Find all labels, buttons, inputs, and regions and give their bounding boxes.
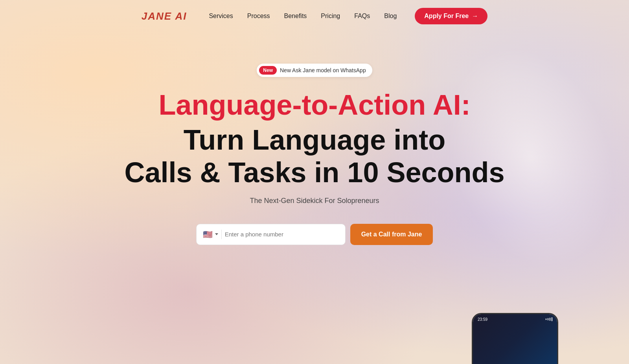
hero-title-red: Language-to-Action AI: bbox=[158, 90, 470, 121]
phone-screen: 23:59 bbox=[472, 313, 558, 364]
phone-time: 23:59 bbox=[478, 317, 487, 322]
phone-form: 🇺🇸 Get a Call from Jane bbox=[196, 224, 433, 245]
signal-bar-2 bbox=[548, 318, 548, 320]
signal-bar-3 bbox=[550, 318, 550, 321]
new-badge-container: New New Ask Jane model on WhatsApp bbox=[257, 64, 372, 77]
phone-status-bar bbox=[546, 317, 552, 321]
get-call-button[interactable]: Get a Call from Jane bbox=[350, 224, 433, 245]
logo: JANE AI bbox=[142, 10, 187, 22]
nav-link-pricing[interactable]: Pricing bbox=[321, 13, 340, 20]
phone-mockup: 23:59 bbox=[472, 313, 558, 364]
apply-free-button[interactable]: Apply For Free → bbox=[415, 8, 487, 24]
hero-subtitle: The Next-Gen Sidekick For Solopreneurs bbox=[250, 197, 379, 205]
new-badge: New bbox=[259, 66, 277, 75]
signal-bar-1 bbox=[546, 318, 546, 320]
country-flag-selector[interactable]: 🇺🇸 bbox=[203, 230, 222, 239]
chevron-down-icon bbox=[215, 233, 218, 235]
navbar: JANE AI Services Process Benefits Pricin… bbox=[0, 0, 629, 32]
nav-link-blog[interactable]: Blog bbox=[384, 13, 397, 20]
signal-bar-4 bbox=[552, 317, 552, 321]
hero-title-black: Turn Language into Calls & Tasks in 10 S… bbox=[124, 124, 504, 189]
hero-section: New New Ask Jane model on WhatsApp Langu… bbox=[0, 32, 629, 245]
nav-link-benefits[interactable]: Benefits bbox=[284, 13, 307, 20]
nav-link-process[interactable]: Process bbox=[247, 13, 270, 20]
nav-link-services[interactable]: Services bbox=[209, 13, 233, 20]
nav-link-faqs[interactable]: FAQs bbox=[354, 13, 370, 20]
phone-input-wrapper: 🇺🇸 bbox=[196, 224, 346, 245]
flag-emoji: 🇺🇸 bbox=[203, 230, 213, 239]
phone-input[interactable] bbox=[225, 231, 339, 238]
new-badge-text: New Ask Jane model on WhatsApp bbox=[280, 67, 366, 73]
phone-screen-content: 23:59 bbox=[473, 314, 557, 364]
